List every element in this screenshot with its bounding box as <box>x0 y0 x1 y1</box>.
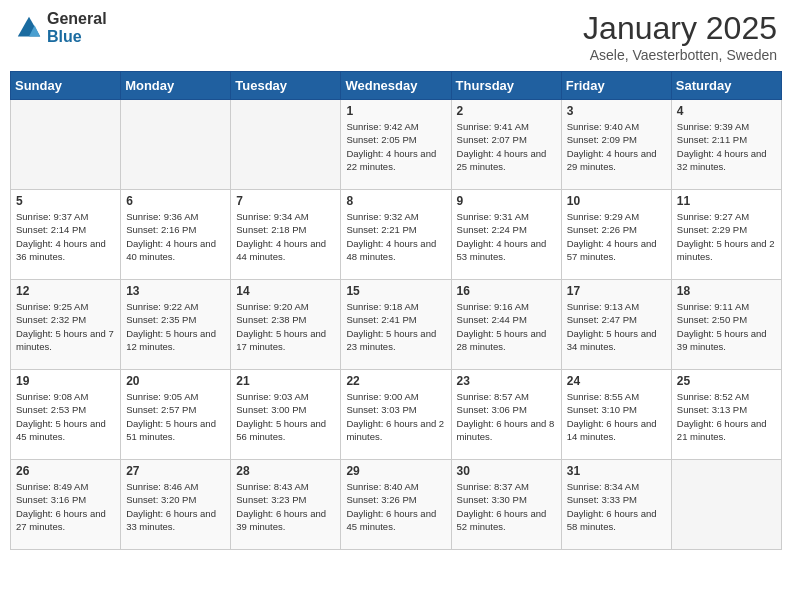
calendar-cell: 4Sunrise: 9:39 AM Sunset: 2:11 PM Daylig… <box>671 100 781 190</box>
day-number: 8 <box>346 194 445 208</box>
day-number: 3 <box>567 104 666 118</box>
calendar-week-row: 19Sunrise: 9:08 AM Sunset: 2:53 PM Dayli… <box>11 370 782 460</box>
day-info: Sunrise: 9:11 AM Sunset: 2:50 PM Dayligh… <box>677 300 776 353</box>
day-number: 29 <box>346 464 445 478</box>
calendar-cell: 7Sunrise: 9:34 AM Sunset: 2:18 PM Daylig… <box>231 190 341 280</box>
weekday-header-tuesday: Tuesday <box>231 72 341 100</box>
calendar-table: SundayMondayTuesdayWednesdayThursdayFrid… <box>10 71 782 550</box>
calendar-cell: 8Sunrise: 9:32 AM Sunset: 2:21 PM Daylig… <box>341 190 451 280</box>
title-block: January 2025 Asele, Vaesterbotten, Swede… <box>583 10 777 63</box>
day-info: Sunrise: 8:49 AM Sunset: 3:16 PM Dayligh… <box>16 480 115 533</box>
day-number: 11 <box>677 194 776 208</box>
day-number: 6 <box>126 194 225 208</box>
day-number: 2 <box>457 104 556 118</box>
day-number: 22 <box>346 374 445 388</box>
day-number: 21 <box>236 374 335 388</box>
day-info: Sunrise: 8:43 AM Sunset: 3:23 PM Dayligh… <box>236 480 335 533</box>
day-number: 26 <box>16 464 115 478</box>
day-info: Sunrise: 9:40 AM Sunset: 2:09 PM Dayligh… <box>567 120 666 173</box>
calendar-cell: 23Sunrise: 8:57 AM Sunset: 3:06 PM Dayli… <box>451 370 561 460</box>
day-info: Sunrise: 9:34 AM Sunset: 2:18 PM Dayligh… <box>236 210 335 263</box>
calendar-cell: 25Sunrise: 8:52 AM Sunset: 3:13 PM Dayli… <box>671 370 781 460</box>
calendar-cell: 30Sunrise: 8:37 AM Sunset: 3:30 PM Dayli… <box>451 460 561 550</box>
day-info: Sunrise: 9:22 AM Sunset: 2:35 PM Dayligh… <box>126 300 225 353</box>
calendar-cell: 1Sunrise: 9:42 AM Sunset: 2:05 PM Daylig… <box>341 100 451 190</box>
day-info: Sunrise: 9:42 AM Sunset: 2:05 PM Dayligh… <box>346 120 445 173</box>
day-info: Sunrise: 8:40 AM Sunset: 3:26 PM Dayligh… <box>346 480 445 533</box>
weekday-header-saturday: Saturday <box>671 72 781 100</box>
day-number: 10 <box>567 194 666 208</box>
day-info: Sunrise: 8:55 AM Sunset: 3:10 PM Dayligh… <box>567 390 666 443</box>
weekday-header-thursday: Thursday <box>451 72 561 100</box>
calendar-cell: 13Sunrise: 9:22 AM Sunset: 2:35 PM Dayli… <box>121 280 231 370</box>
calendar-cell <box>121 100 231 190</box>
day-number: 23 <box>457 374 556 388</box>
day-info: Sunrise: 9:25 AM Sunset: 2:32 PM Dayligh… <box>16 300 115 353</box>
calendar-cell: 2Sunrise: 9:41 AM Sunset: 2:07 PM Daylig… <box>451 100 561 190</box>
calendar-cell: 29Sunrise: 8:40 AM Sunset: 3:26 PM Dayli… <box>341 460 451 550</box>
logo: General Blue <box>15 10 107 45</box>
day-info: Sunrise: 8:34 AM Sunset: 3:33 PM Dayligh… <box>567 480 666 533</box>
day-info: Sunrise: 9:29 AM Sunset: 2:26 PM Dayligh… <box>567 210 666 263</box>
day-info: Sunrise: 9:13 AM Sunset: 2:47 PM Dayligh… <box>567 300 666 353</box>
day-number: 4 <box>677 104 776 118</box>
day-info: Sunrise: 9:18 AM Sunset: 2:41 PM Dayligh… <box>346 300 445 353</box>
day-info: Sunrise: 9:03 AM Sunset: 3:00 PM Dayligh… <box>236 390 335 443</box>
day-number: 9 <box>457 194 556 208</box>
day-info: Sunrise: 9:41 AM Sunset: 2:07 PM Dayligh… <box>457 120 556 173</box>
day-info: Sunrise: 9:16 AM Sunset: 2:44 PM Dayligh… <box>457 300 556 353</box>
day-number: 31 <box>567 464 666 478</box>
day-number: 28 <box>236 464 335 478</box>
weekday-header-monday: Monday <box>121 72 231 100</box>
day-number: 30 <box>457 464 556 478</box>
calendar-cell <box>231 100 341 190</box>
calendar-cell: 9Sunrise: 9:31 AM Sunset: 2:24 PM Daylig… <box>451 190 561 280</box>
weekday-header-row: SundayMondayTuesdayWednesdayThursdayFrid… <box>11 72 782 100</box>
day-info: Sunrise: 9:32 AM Sunset: 2:21 PM Dayligh… <box>346 210 445 263</box>
calendar-cell: 16Sunrise: 9:16 AM Sunset: 2:44 PM Dayli… <box>451 280 561 370</box>
day-number: 16 <box>457 284 556 298</box>
logo-icon <box>15 14 43 42</box>
day-info: Sunrise: 9:36 AM Sunset: 2:16 PM Dayligh… <box>126 210 225 263</box>
weekday-header-wednesday: Wednesday <box>341 72 451 100</box>
calendar-cell: 11Sunrise: 9:27 AM Sunset: 2:29 PM Dayli… <box>671 190 781 280</box>
day-number: 17 <box>567 284 666 298</box>
day-info: Sunrise: 9:39 AM Sunset: 2:11 PM Dayligh… <box>677 120 776 173</box>
calendar-cell: 31Sunrise: 8:34 AM Sunset: 3:33 PM Dayli… <box>561 460 671 550</box>
day-number: 15 <box>346 284 445 298</box>
calendar-cell: 17Sunrise: 9:13 AM Sunset: 2:47 PM Dayli… <box>561 280 671 370</box>
calendar-cell: 14Sunrise: 9:20 AM Sunset: 2:38 PM Dayli… <box>231 280 341 370</box>
logo-text: General Blue <box>47 10 107 45</box>
weekday-header-friday: Friday <box>561 72 671 100</box>
calendar-cell: 19Sunrise: 9:08 AM Sunset: 2:53 PM Dayli… <box>11 370 121 460</box>
calendar-cell: 12Sunrise: 9:25 AM Sunset: 2:32 PM Dayli… <box>11 280 121 370</box>
day-number: 19 <box>16 374 115 388</box>
calendar-cell <box>11 100 121 190</box>
day-number: 20 <box>126 374 225 388</box>
day-number: 1 <box>346 104 445 118</box>
logo-general-text: General <box>47 10 107 28</box>
calendar-cell: 21Sunrise: 9:03 AM Sunset: 3:00 PM Dayli… <box>231 370 341 460</box>
calendar-cell: 6Sunrise: 9:36 AM Sunset: 2:16 PM Daylig… <box>121 190 231 280</box>
day-number: 7 <box>236 194 335 208</box>
day-info: Sunrise: 8:46 AM Sunset: 3:20 PM Dayligh… <box>126 480 225 533</box>
day-info: Sunrise: 9:08 AM Sunset: 2:53 PM Dayligh… <box>16 390 115 443</box>
day-number: 25 <box>677 374 776 388</box>
calendar-cell: 22Sunrise: 9:00 AM Sunset: 3:03 PM Dayli… <box>341 370 451 460</box>
calendar-cell: 20Sunrise: 9:05 AM Sunset: 2:57 PM Dayli… <box>121 370 231 460</box>
calendar-week-row: 26Sunrise: 8:49 AM Sunset: 3:16 PM Dayli… <box>11 460 782 550</box>
day-info: Sunrise: 9:37 AM Sunset: 2:14 PM Dayligh… <box>16 210 115 263</box>
day-number: 18 <box>677 284 776 298</box>
calendar-cell: 26Sunrise: 8:49 AM Sunset: 3:16 PM Dayli… <box>11 460 121 550</box>
day-info: Sunrise: 8:52 AM Sunset: 3:13 PM Dayligh… <box>677 390 776 443</box>
page-header: General Blue January 2025 Asele, Vaester… <box>10 10 782 63</box>
day-info: Sunrise: 8:37 AM Sunset: 3:30 PM Dayligh… <box>457 480 556 533</box>
day-number: 27 <box>126 464 225 478</box>
day-number: 12 <box>16 284 115 298</box>
location-text: Asele, Vaesterbotten, Sweden <box>583 47 777 63</box>
day-info: Sunrise: 9:05 AM Sunset: 2:57 PM Dayligh… <box>126 390 225 443</box>
calendar-cell <box>671 460 781 550</box>
calendar-cell: 15Sunrise: 9:18 AM Sunset: 2:41 PM Dayli… <box>341 280 451 370</box>
month-title: January 2025 <box>583 10 777 47</box>
logo-blue-text: Blue <box>47 28 107 46</box>
